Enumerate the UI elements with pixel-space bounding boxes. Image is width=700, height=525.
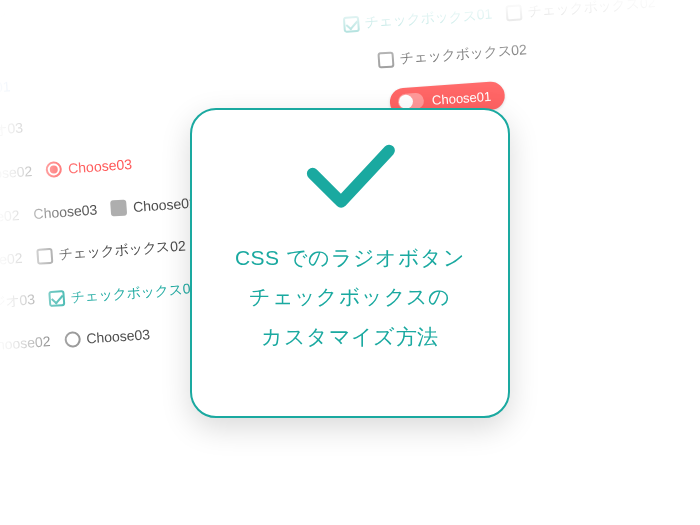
option-label: Choose03 (68, 156, 133, 176)
checkbox-icon[interactable] (111, 199, 128, 216)
checkbox-label: チェックボックス02 (36, 237, 186, 265)
radio-icon[interactable] (64, 331, 81, 348)
checkbox-icon[interactable] (506, 4, 523, 21)
checkbox-icon[interactable] (377, 51, 394, 68)
checkbox-label: チェックボックス02 (377, 41, 527, 69)
choose-label: Choose02 (0, 163, 33, 185)
checkbox-label-teal: チェックボックス01 (342, 5, 492, 33)
option-label: チェックボックス02 (528, 0, 657, 21)
big-check-icon (295, 138, 405, 218)
option-label: Choose02 (133, 195, 198, 215)
option-label: Choose02 (0, 333, 51, 353)
choose-label: Choose02 (0, 333, 51, 355)
choose-red: Choose03 (0, 3, 6, 25)
option-label: Choose03 (0, 3, 6, 23)
radio-label: ラジオ03 (0, 291, 36, 315)
option-label: チェックボックス02 (58, 237, 187, 264)
checkbox-icon[interactable] (48, 290, 65, 307)
card-line-1: CSS でのラジオボタン (235, 238, 465, 278)
choose-blue: Choose01 (0, 78, 11, 100)
choose-red: Choose03 (46, 156, 133, 178)
choose-label: Choose03 (33, 202, 98, 222)
option-label: ラジオ03 (0, 120, 24, 142)
card-line-2: チェックボックスの (249, 277, 451, 317)
radio-label: ラジオ03 (0, 120, 24, 144)
option-label: チェックボックス01 (364, 5, 493, 32)
card-line-3: カスタマイズ方法 (261, 317, 438, 357)
option-label: Choose02 (0, 207, 20, 227)
option-label: チェックボックス02 (399, 41, 528, 68)
choose-label: Choose02 (111, 195, 198, 217)
option-label: チェックボックス01 (70, 280, 199, 307)
choose-label: Choose02 (0, 207, 20, 227)
checkbox-icon[interactable] (343, 16, 360, 33)
checkbox-label: チェックボックス02 (506, 0, 656, 22)
option-label: Choose01 (0, 78, 11, 98)
option-label: Choose03 (86, 326, 151, 346)
option-label: Choose02 (0, 163, 33, 183)
option-label: ラジオ03 (0, 291, 36, 313)
radio-icon[interactable] (46, 161, 63, 178)
option-label: Choose01 (431, 88, 491, 107)
choose-label: Choose02 (0, 250, 23, 270)
checkbox-label-teal: チェックボックス01 (48, 280, 198, 308)
option-label: Choose03 (33, 202, 98, 222)
choose-label: Choose03 (64, 326, 151, 348)
checkbox-icon[interactable] (36, 248, 53, 265)
title-card: CSS でのラジオボタン チェックボックスの カスタマイズ方法 (190, 108, 510, 418)
option-label: Choose02 (0, 250, 23, 270)
